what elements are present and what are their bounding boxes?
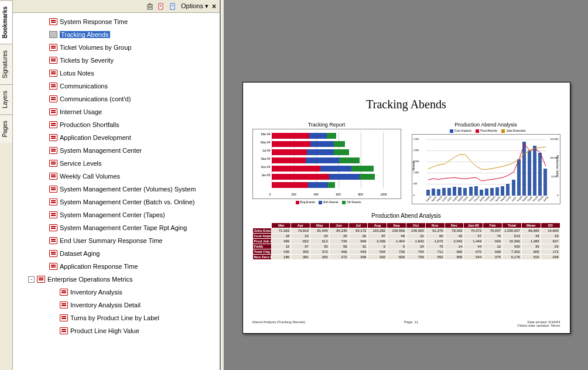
table-header: Apr [291, 222, 310, 228]
options-dropdown[interactable]: Options ▾ [181, 2, 208, 10]
chart-title: Tracking Report [252, 122, 401, 128]
table-row: Total Chg Reqs43039337246645350473679471… [252, 249, 560, 254]
production-abend-chart: Production Abend Analysis Cust Impacts P… [412, 122, 560, 204]
bookmark-item[interactable]: -Enterprise Operations Metrics [18, 273, 220, 286]
side-tab-signatures[interactable]: Signatures [0, 44, 12, 84]
bookmark-label: Tracking Abends [60, 31, 110, 38]
table-header: Jun [329, 222, 348, 228]
bookmark-item[interactable]: System Management Center [18, 144, 220, 157]
bookmark-item[interactable]: Application Response Time [18, 260, 220, 273]
pdf-page-icon [49, 250, 57, 257]
bookmark-item[interactable]: System Response Time [18, 15, 220, 28]
pdf-page-icon [60, 327, 68, 334]
bookmark-item[interactable]: Inventory Analysis Detail [18, 299, 220, 311]
bookmark-item[interactable]: Weekly Call Volumes [18, 170, 220, 183]
pdf-page-icon [49, 160, 57, 167]
bookmark-item[interactable]: End User Summary Response Time [18, 234, 220, 247]
bookmark-label: Tickets by Severity [60, 57, 114, 64]
table-header: Mar [272, 222, 291, 228]
new-bookmark-icon[interactable] [158, 2, 166, 11]
page-gray-icon [49, 31, 57, 38]
bookmark-label: Service Levels [60, 160, 102, 167]
table-row: Prod Job Abends4896526127269992,4561,494… [252, 238, 560, 244]
side-tab-layers[interactable]: Layers [0, 84, 12, 114]
bookmark-label: Internet Usage [60, 108, 102, 115]
side-tab-bookmarks[interactable]: Bookmarks [0, 0, 12, 44]
pdf-page-icon [49, 70, 57, 77]
side-tab-pages[interactable]: Pages [0, 114, 12, 143]
bookmark-item[interactable]: System Management Center (Volumes) Syste… [18, 183, 220, 196]
bookmarks-tree[interactable]: System Response TimeTracking AbendsTicke… [13, 13, 220, 370]
table-row: Non Zero RC18638126527239993260675955290… [252, 254, 560, 259]
pdf-page-icon [60, 314, 68, 321]
bookmark-label: End User Summary Response Time [60, 237, 162, 244]
bookmark-item[interactable]: Service Levels [18, 157, 220, 170]
table-row: Cust Impacts1823202526874831604257765134… [252, 233, 560, 238]
bookmark-label: System Management Center (Volumes) Syste… [60, 186, 196, 193]
bookmark-item[interactable]: System Management Center Tape Rpt Aging [18, 221, 220, 234]
bookmark-item[interactable]: Tickets by Severity [18, 54, 220, 67]
bookmark-label: Weekly Call Volumes [60, 173, 120, 180]
bookmark-item[interactable]: System Management Center (Tapes) [18, 208, 220, 221]
close-panel-button[interactable]: × [212, 2, 216, 11]
bookmark-label: System Management Center [60, 147, 142, 154]
bookmark-label: Product Line High Value [70, 327, 139, 334]
pdf-page-icon [49, 224, 57, 231]
pdf-page-icon [49, 44, 57, 51]
document-page: Tracking Abends Tracking Report 02004006… [242, 82, 570, 334]
stacked-bar-chart: 02004006008001000Mar-04May-04Jul-04Sep-0… [252, 129, 401, 199]
pdf-page-icon [49, 18, 57, 25]
bookmark-item[interactable]: Dataset Aging [18, 247, 220, 260]
pdf-page-icon [49, 83, 57, 90]
table-header: Nov [425, 222, 445, 228]
bookmark-item[interactable]: Lotus Notes [18, 67, 220, 80]
bookmark-label: System Management Center (Batch vs. Onli… [60, 198, 194, 205]
page-footer: Abend Analysis [Tracking Abends] Page: 1… [252, 320, 560, 327]
charts-row: Tracking Report 02004006008001000Mar-04M… [252, 122, 560, 204]
pdf-page-icon [49, 186, 57, 193]
table-header: May [310, 222, 329, 228]
bookmark-item[interactable]: Communications [18, 80, 220, 92]
chart-legend: Bug EventsEnh EventsOth Events [252, 200, 401, 204]
pdf-page-icon [49, 263, 57, 270]
table-header: Oct [406, 222, 426, 228]
bookmark-label: Application Development [60, 134, 131, 141]
document-viewport[interactable]: Tracking Abends Tracking Report 02004006… [224, 0, 588, 370]
pdf-page-icon [49, 108, 57, 115]
bookmark-item[interactable]: Tracking Abends [18, 28, 220, 41]
bookmark-label: Communications [60, 83, 108, 90]
expand-bookmark-icon[interactable] [169, 2, 177, 11]
combo-chart: 05001,0001,5002,0002,500050,000100,00015… [412, 134, 560, 204]
pdf-page-icon [49, 198, 57, 205]
trash-icon[interactable] [146, 2, 154, 11]
tree-expander-icon[interactable]: - [28, 276, 35, 283]
pdf-page-icon [37, 276, 45, 283]
table-header: Dec [445, 222, 464, 228]
pdf-page-icon [49, 211, 57, 218]
bookmark-item[interactable]: Inventory Analysis [18, 286, 220, 299]
bookmark-item[interactable]: Internet Usage [18, 105, 220, 118]
bookmark-label: Application Response Time [60, 263, 138, 270]
footer-left: Abend Analysis [Tracking Abends] [252, 320, 306, 327]
footer-center: Page: 11 [404, 320, 418, 327]
chart-title: Production Abend Analysis [412, 122, 560, 128]
bookmark-item[interactable]: Production Shortfalls [18, 118, 220, 131]
table-header: Feb [483, 222, 502, 228]
pdf-page-icon [49, 134, 57, 141]
bookmark-label: Dataset Aging [60, 250, 100, 257]
bookmark-item[interactable]: Product Line High Value [18, 324, 220, 337]
pdf-page-icon [49, 57, 57, 64]
bookmarks-panel: Options ▾ × System Response TimeTracking… [13, 0, 221, 370]
bookmark-item[interactable]: Communications (cont'd) [18, 92, 220, 105]
bookmark-item[interactable]: Ticket Volumes by Group [18, 41, 220, 54]
bookmark-item[interactable]: System Management Center (Batch vs. Onli… [18, 196, 220, 208]
bookmark-item[interactable]: Turns by Product Line by Label [18, 311, 220, 324]
pdf-page-icon [49, 95, 57, 102]
tracking-report-chart: Tracking Report 02004006008001000Mar-04M… [252, 122, 401, 204]
bookmark-item[interactable]: Application Development [18, 131, 220, 144]
table-header: Total [502, 222, 522, 228]
bookmark-label: Enterprise Operations Metrics [47, 276, 133, 283]
table-header: Aug [368, 222, 387, 228]
bookmark-label: System Management Center (Tapes) [60, 211, 165, 218]
app-root: Bookmarks Signatures Layers Pages Option… [0, 0, 588, 370]
